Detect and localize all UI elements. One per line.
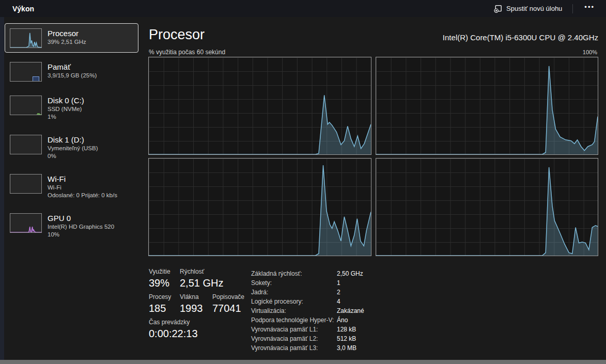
sidebar-item-subline: 0%	[48, 152, 98, 160]
detail-label: Sokety:	[251, 278, 337, 288]
sidebar-item-subline: Vymeniteľný (USB)	[48, 145, 98, 152]
stat-threads-label: Vlákna	[180, 293, 212, 300]
detail-label: Základná rýchlosť:	[251, 269, 337, 278]
stat-handles-value: 77041	[212, 303, 244, 314]
detail-label: Logické procesory:	[251, 297, 337, 306]
detail-row: Jadrá:2	[251, 288, 364, 297]
sidebar-item-title: Wi-Fi	[48, 174, 117, 184]
detail-row: Vyrovnávacia pamäť L2:512 kB	[251, 334, 364, 343]
detail-row: Sokety:1	[251, 278, 364, 288]
sidebar-item-procesor[interactable]: Procesor39% 2,51 GHz	[5, 23, 138, 53]
stat-usage-label: Využitie	[149, 268, 180, 275]
sidebar-item-title: Pamäť	[48, 62, 97, 72]
stat-usage-value: 39%	[149, 277, 180, 289]
sidebar-item-title: GPU 0	[48, 213, 114, 223]
detail-row: Logické procesory:4	[251, 297, 364, 306]
performance-sidebar: Procesor39% 2,51 GHzPamäť3,9/15,9 GB (25…	[4, 23, 147, 247]
sidebar-item-text: GPU 0Intel(R) HD Graphics 52010%	[48, 213, 114, 239]
sidebar-item-disk-1-d-[interactable]: Disk 1 (D:)Vymeniteľný (USB)0%	[5, 130, 138, 165]
stat-threads: Vlákna 1993	[180, 293, 212, 314]
mini-chart	[10, 135, 42, 154]
detail-label: Podpora technológie Hyper-V:	[251, 315, 337, 325]
detail-value: 2	[337, 288, 340, 297]
detail-value: 4	[337, 297, 340, 306]
cpu-stats: Využitie 39% Rýchlosť 2,51 GHz Procesy 1…	[149, 268, 244, 344]
cpu-core-chart-3	[148, 158, 371, 256]
stat-uptime: Čas prevádzky 0:00:22:13	[149, 319, 198, 340]
run-new-task-button[interactable]: Spustiť novú úlohu	[490, 3, 566, 15]
detail-label: Jadrá:	[251, 288, 337, 297]
cpu-core-chart-1	[148, 57, 371, 155]
sidebar-item-subline: Intel(R) HD Graphics 520	[48, 223, 114, 231]
window-bottom-edge	[0, 360, 606, 364]
detail-label: Vyrovnávacia pamäť L3:	[251, 343, 337, 353]
stat-usage: Využitie 39%	[149, 268, 180, 289]
mini-chart	[10, 62, 42, 82]
detail-value: Áno	[337, 315, 348, 325]
sidebar-item-text: Wi-FiWi-FiOdoslané: 0 Prijaté: 0 kb/s	[48, 174, 117, 199]
titlebar: Výkon Spustiť novú úlohu •••	[0, 0, 606, 17]
cpu-core-chart-2	[376, 57, 598, 155]
more-options-button[interactable]: •••	[579, 2, 600, 15]
sidebar-item-title: Disk 1 (D:)	[48, 135, 98, 145]
detail-value: 128 kB	[337, 325, 356, 334]
sidebar-item-text: Procesor39% 2,51 GHz	[48, 28, 86, 46]
page-title: Výkon	[12, 5, 34, 13]
sidebar-item-gpu-0[interactable]: GPU 0Intel(R) HD Graphics 52010%	[5, 208, 138, 243]
detail-row: Vyrovnávacia pamäť L1:128 kB	[251, 325, 364, 334]
sidebar-item-title: Procesor	[48, 28, 86, 38]
sidebar-item-subline: 10%	[48, 231, 114, 239]
detail-value: 1	[337, 278, 340, 288]
cpu-charts-grid	[148, 57, 598, 256]
stat-processes: Procesy 185	[149, 293, 180, 314]
nav-rail	[0, 17, 4, 360]
sidebar-item-subline: SSD (NVMe)	[48, 105, 84, 113]
cpu-core-chart-4	[376, 158, 598, 256]
detail-row: Vyrovnávacia pamäť L3:3,0 MB	[251, 343, 364, 353]
stat-speed: Rýchlosť 2,51 GHz	[180, 268, 223, 289]
stat-speed-label: Rýchlosť	[180, 268, 223, 275]
sidebar-item-subline: 39% 2,51 GHz	[48, 38, 86, 46]
stat-speed-value: 2,51 GHz	[180, 277, 223, 289]
cpu-details: Základná rýchlosť:2,50 GHzSokety:1Jadrá:…	[251, 269, 364, 353]
detail-value: Zakázané	[337, 306, 364, 315]
mini-chart	[10, 28, 42, 48]
sidebar-item-disk-0-c-[interactable]: Disk 0 (C:)SSD (NVMe)1%	[5, 90, 138, 125]
mini-chart	[10, 213, 42, 233]
detail-label: Virtualizácia:	[251, 306, 337, 315]
mini-chart	[10, 96, 42, 115]
main-section-title: Procesor	[149, 27, 205, 43]
sidebar-item-pam-[interactable]: Pamäť3,9/15,9 GB (25%)	[5, 57, 138, 86]
stat-handles-label: Popisovače	[212, 293, 244, 300]
stat-processes-value: 185	[149, 303, 180, 314]
sidebar-item-text: Disk 0 (C:)SSD (NVMe)1%	[48, 96, 84, 121]
detail-row: Podpora technológie Hyper-V:Áno	[251, 315, 364, 325]
stat-uptime-label: Čas prevádzky	[149, 319, 198, 326]
sidebar-item-subline: Wi-Fi	[48, 184, 117, 192]
detail-label: Vyrovnávacia pamäť L1:	[251, 325, 337, 334]
run-new-task-label: Spustiť novú úlohu	[506, 5, 562, 12]
detail-row: Virtualizácia:Zakázané	[251, 306, 364, 315]
stat-uptime-value: 0:00:22:13	[149, 328, 198, 340]
stat-threads-value: 1993	[180, 303, 212, 314]
sidebar-item-text: Disk 1 (D:)Vymeniteľný (USB)0%	[48, 135, 98, 160]
sidebar-item-subline: 1%	[48, 113, 84, 121]
detail-row: Základná rýchlosť:2,50 GHz	[251, 269, 364, 278]
sidebar-item-subline: Odoslané: 0 Prijaté: 0 kb/s	[48, 192, 117, 199]
sidebar-item-text: Pamäť3,9/15,9 GB (25%)	[48, 62, 97, 80]
memory-usage-block	[33, 76, 39, 81]
chart-caption: % využitia počas 60 sekúnd	[149, 49, 225, 56]
stat-processes-label: Procesy	[149, 293, 180, 300]
detail-value: 512 kB	[337, 334, 356, 343]
mini-chart	[10, 174, 42, 194]
detail-label: Vyrovnávacia pamäť L2:	[251, 334, 337, 343]
chart-max-label: 100%	[583, 49, 597, 55]
sidebar-item-wi-fi[interactable]: Wi-FiWi-FiOdoslané: 0 Prijaté: 0 kb/s	[5, 169, 138, 204]
sidebar-item-title: Disk 0 (C:)	[48, 96, 84, 105]
cpu-model-name: Intel(R) Core(TM) i5-6300U CPU @ 2.40GHz	[443, 33, 598, 42]
sidebar-item-subline: 3,9/15,9 GB (25%)	[48, 72, 97, 80]
run-new-task-icon	[494, 5, 502, 13]
titlebar-actions: Spustiť novú úlohu •••	[490, 2, 600, 15]
detail-value: 2,50 GHz	[337, 269, 363, 278]
stat-handles: Popisovače 77041	[212, 293, 244, 314]
